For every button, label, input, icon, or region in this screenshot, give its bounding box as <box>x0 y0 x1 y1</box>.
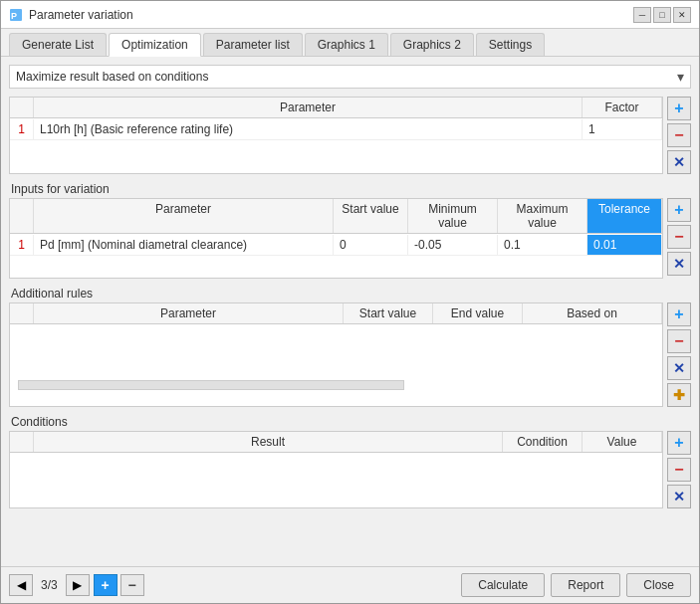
input-col-tolerance: Tolerance <box>587 199 662 233</box>
inputs-add-button[interactable]: + <box>667 198 691 222</box>
add-col-start: Start value <box>344 303 433 323</box>
svg-text:P: P <box>11 11 17 21</box>
inputs-table-wrapper: Parameter Start value Minimum value Maxi… <box>9 198 691 279</box>
inputs-table-header: Parameter Start value Minimum value Maxi… <box>10 199 662 234</box>
conditions-label: Conditions <box>9 415 691 429</box>
input-row-max: 0.1 <box>498 235 587 255</box>
maximize-result-dropdown[interactable]: Maximize result based on conditions ▾ <box>9 65 691 89</box>
close-button[interactable]: ✕ <box>673 7 691 23</box>
cond-col-result: Result <box>34 432 503 452</box>
input-col-start: Start value <box>334 199 408 233</box>
main-window: P Parameter variation ─ □ ✕ Generate Lis… <box>0 0 700 604</box>
bottom-left: ◀ 3/3 ▶ + − <box>9 574 144 596</box>
additional-remove-button[interactable]: − <box>667 329 691 353</box>
inputs-remove-button[interactable]: − <box>667 225 691 249</box>
input-col-num <box>10 199 34 233</box>
tab-optimization[interactable]: Optimization <box>109 33 201 57</box>
cond-col-num <box>10 432 34 452</box>
bottom-add-button[interactable]: + <box>94 574 117 596</box>
col-num-header <box>10 98 34 117</box>
additional-clear-button[interactable]: ✕ <box>667 356 691 380</box>
close-button-bottom[interactable]: Close <box>626 573 691 597</box>
additional-rules-label: Additional rules <box>9 287 691 301</box>
input-col-param: Parameter <box>34 199 334 233</box>
input-row-param: Pd [mm] (Nominal diametral clearance) <box>34 235 334 255</box>
prev-button[interactable]: ◀ <box>9 574 33 596</box>
optimize-table: Parameter Factor 1 L10rh [h] (Basic refe… <box>9 97 663 174</box>
row-num: 1 <box>10 119 34 139</box>
dropdown-arrow-icon: ▾ <box>677 69 684 85</box>
additional-rules-table: Parameter Start value End value Based on <box>9 302 663 407</box>
conditions-section: Conditions Result Condition Value <box>9 415 691 508</box>
additional-rules-scrollbar-area <box>10 374 662 396</box>
inputs-table-row[interactable]: 1 Pd [mm] (Nominal diametral clearance) … <box>10 234 662 256</box>
tab-bar: Generate List Optimization Parameter lis… <box>1 29 699 57</box>
col-factor-header: Factor <box>583 98 662 117</box>
page-info: 3/3 <box>37 578 62 592</box>
additional-rules-empty <box>10 324 662 374</box>
add-col-num <box>10 303 34 323</box>
inputs-table: Parameter Start value Minimum value Maxi… <box>9 198 663 279</box>
conditions-add-button[interactable]: + <box>667 431 691 455</box>
inputs-empty-row <box>10 256 662 278</box>
optimize-side-buttons: + − ✕ <box>667 97 691 174</box>
optimize-section: Parameter Factor 1 L10rh [h] (Basic refe… <box>9 97 691 174</box>
horizontal-scrollbar[interactable] <box>18 380 404 390</box>
conditions-wrapper: Result Condition Value + − ✕ <box>9 431 691 508</box>
input-row-min: -0.05 <box>408 235 498 255</box>
add-remove-group: + − <box>94 574 144 596</box>
add-col-based: Based on <box>523 303 662 323</box>
maximize-result-label: Maximize result based on conditions <box>16 70 208 84</box>
input-row-num: 1 <box>10 235 34 255</box>
maximize-button[interactable]: □ <box>653 7 671 23</box>
inputs-clear-button[interactable]: ✕ <box>667 252 691 276</box>
bottom-bar: ◀ 3/3 ▶ + − Calculate Report Close <box>1 566 699 603</box>
conditions-side-buttons: + − ✕ <box>667 431 691 508</box>
add-col-param: Parameter <box>34 303 344 323</box>
additional-side-buttons: + − ✕ ✚ <box>667 302 691 407</box>
inputs-side-buttons: + − ✕ <box>667 198 691 279</box>
title-bar-buttons: ─ □ ✕ <box>633 7 691 23</box>
input-row-tolerance: 0.01 <box>587 235 662 255</box>
bottom-remove-button[interactable]: − <box>120 574 144 596</box>
inputs-section: Inputs for variation Parameter Start val… <box>9 182 691 279</box>
next-button[interactable]: ▶ <box>66 574 90 596</box>
additional-gold-button[interactable]: ✚ <box>667 383 691 407</box>
optimize-table-row[interactable]: 1 L10rh [h] (Basic reference rating life… <box>10 118 662 140</box>
cond-col-value: Value <box>583 432 662 452</box>
tab-parameter-list[interactable]: Parameter list <box>203 33 303 56</box>
conditions-table: Result Condition Value <box>9 431 663 508</box>
window-title: Parameter variation <box>29 8 133 22</box>
bottom-right: Calculate Report Close <box>461 573 691 597</box>
minimize-button[interactable]: ─ <box>633 7 651 23</box>
tab-generate-list[interactable]: Generate List <box>9 33 107 56</box>
conditions-empty <box>10 453 662 493</box>
conditions-remove-button[interactable]: − <box>667 458 691 482</box>
report-button[interactable]: Report <box>551 573 620 597</box>
title-bar-left: P Parameter variation <box>9 8 133 22</box>
conditions-clear-button[interactable]: ✕ <box>667 485 691 508</box>
optimize-table-header: Parameter Factor <box>10 98 662 118</box>
title-bar: P Parameter variation ─ □ ✕ <box>1 1 699 29</box>
main-content: Maximize result based on conditions ▾ Pa… <box>1 57 699 566</box>
calculate-button[interactable]: Calculate <box>461 573 545 597</box>
optimize-clear-button[interactable]: ✕ <box>667 150 691 174</box>
tab-graphics-1[interactable]: Graphics 1 <box>305 33 388 56</box>
additional-add-button[interactable]: + <box>667 302 691 326</box>
optimize-remove-button[interactable]: − <box>667 123 691 147</box>
app-icon: P <box>9 8 23 22</box>
inputs-label: Inputs for variation <box>9 182 691 196</box>
optimize-empty-row <box>10 140 662 162</box>
tab-settings[interactable]: Settings <box>476 33 545 56</box>
tab-graphics-2[interactable]: Graphics 2 <box>390 33 474 56</box>
input-row-start: 0 <box>334 235 408 255</box>
col-parameter-header: Parameter <box>34 98 583 117</box>
conditions-table-header: Result Condition Value <box>10 432 662 453</box>
row-parameter: L10rh [h] (Basic reference rating life) <box>34 119 583 139</box>
row-factor: 1 <box>583 119 662 139</box>
input-col-max: Maximum value <box>498 199 587 233</box>
cond-col-condition: Condition <box>503 432 583 452</box>
input-col-min: Minimum value <box>408 199 498 233</box>
optimize-add-button[interactable]: + <box>667 97 691 120</box>
additional-table-header: Parameter Start value End value Based on <box>10 303 662 324</box>
